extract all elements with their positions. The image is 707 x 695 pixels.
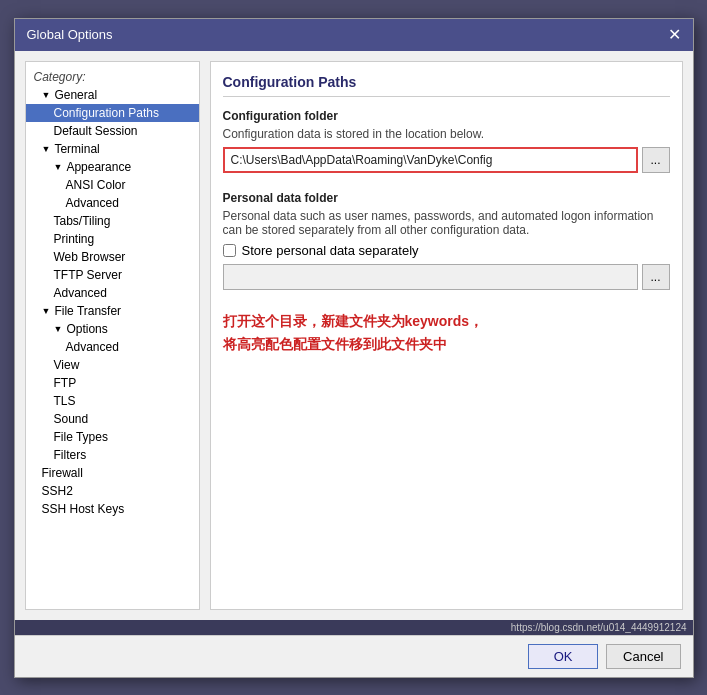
category-label: Category: xyxy=(26,66,199,86)
config-browse-button[interactable]: ... xyxy=(642,147,670,173)
annotation-text: 打开这个目录，新建文件夹为keywords， 将高亮配色配置文件移到此文件夹中 xyxy=(223,310,670,358)
category-sidebar: Category: ▼ General Configuration Paths … xyxy=(25,61,200,610)
sidebar-label: Configuration Paths xyxy=(54,106,159,120)
sidebar-item-advanced-options[interactable]: Advanced xyxy=(26,338,199,356)
expand-icon: ▼ xyxy=(42,306,51,316)
sidebar-item-options[interactable]: ▼ Options xyxy=(26,320,199,338)
sidebar-label: Advanced xyxy=(66,196,119,210)
sidebar-item-ssh2[interactable]: SSH2 xyxy=(26,482,199,500)
config-path-row: ... xyxy=(223,147,670,173)
sidebar-label: File Transfer xyxy=(54,304,121,318)
sidebar-label: FTP xyxy=(54,376,77,390)
sidebar-item-tftp-server[interactable]: TFTP Server xyxy=(26,266,199,284)
sidebar-label: View xyxy=(54,358,80,372)
sidebar-label: Tabs/Tiling xyxy=(54,214,111,228)
dialog-title: Global Options xyxy=(27,27,113,42)
annotation-line2: 将高亮配色配置文件移到此文件夹中 xyxy=(223,333,670,357)
personal-path-input[interactable] xyxy=(223,264,638,290)
sidebar-item-default-session[interactable]: Default Session xyxy=(26,122,199,140)
personal-folder-section: Personal data folder Personal data such … xyxy=(223,191,670,290)
url-bar: https://blog.csdn.net/u014_4449912124 xyxy=(15,620,693,635)
expand-icon: ▼ xyxy=(42,90,51,100)
sidebar-item-filters[interactable]: Filters xyxy=(26,446,199,464)
sidebar-item-appearance[interactable]: ▼ Appearance xyxy=(26,158,199,176)
sidebar-item-tabs-tiling[interactable]: Tabs/Tiling xyxy=(26,212,199,230)
expand-icon: ▼ xyxy=(54,162,63,172)
panel-title: Configuration Paths xyxy=(223,74,670,97)
sidebar-label: Sound xyxy=(54,412,89,426)
dialog-body: Category: ▼ General Configuration Paths … xyxy=(15,51,693,620)
sidebar-label: Default Session xyxy=(54,124,138,138)
sidebar-item-view[interactable]: View xyxy=(26,356,199,374)
ok-button[interactable]: OK xyxy=(528,644,598,669)
personal-data-checkbox[interactable] xyxy=(223,244,236,257)
close-button[interactable]: ✕ xyxy=(668,27,681,43)
personal-data-checkbox-row: Store personal data separately xyxy=(223,243,670,258)
global-options-dialog: Global Options ✕ Category: ▼ General Con… xyxy=(14,18,694,678)
sidebar-item-sound[interactable]: Sound xyxy=(26,410,199,428)
sidebar-label: Printing xyxy=(54,232,95,246)
sidebar-item-ssh-host-keys[interactable]: SSH Host Keys xyxy=(26,500,199,518)
sidebar-label: ANSI Color xyxy=(66,178,126,192)
sidebar-label: Firewall xyxy=(42,466,83,480)
sidebar-item-general[interactable]: ▼ General xyxy=(26,86,199,104)
sidebar-item-tls[interactable]: TLS xyxy=(26,392,199,410)
expand-icon: ▼ xyxy=(54,324,63,334)
personal-data-label: Store personal data separately xyxy=(242,243,419,258)
sidebar-item-web-browser[interactable]: Web Browser xyxy=(26,248,199,266)
sidebar-label: SSH2 xyxy=(42,484,73,498)
cancel-button[interactable]: Cancel xyxy=(606,644,680,669)
title-bar: Global Options ✕ xyxy=(15,19,693,51)
sidebar-item-advanced-terminal[interactable]: Advanced xyxy=(26,194,199,212)
config-path-input[interactable] xyxy=(223,147,638,173)
sidebar-item-terminal[interactable]: ▼ Terminal xyxy=(26,140,199,158)
personal-folder-desc: Personal data such as user names, passwo… xyxy=(223,209,670,237)
config-folder-label: Configuration folder xyxy=(223,109,670,123)
sidebar-label: Advanced xyxy=(66,340,119,354)
sidebar-item-firewall[interactable]: Firewall xyxy=(26,464,199,482)
sidebar-item-ansi-color[interactable]: ANSI Color xyxy=(26,176,199,194)
main-panel: Configuration Paths Configuration folder… xyxy=(210,61,683,610)
sidebar-item-file-transfer[interactable]: ▼ File Transfer xyxy=(26,302,199,320)
config-folder-desc: Configuration data is stored in the loca… xyxy=(223,127,670,141)
expand-icon: ▼ xyxy=(42,144,51,154)
sidebar-label: Advanced xyxy=(54,286,107,300)
sidebar-label: Options xyxy=(66,322,107,336)
sidebar-label: General xyxy=(54,88,97,102)
sidebar-item-advanced-terminal2[interactable]: Advanced xyxy=(26,284,199,302)
sidebar-label: Appearance xyxy=(66,160,131,174)
sidebar-item-printing[interactable]: Printing xyxy=(26,230,199,248)
dialog-footer: OK Cancel xyxy=(15,635,693,677)
sidebar-label: File Types xyxy=(54,430,108,444)
sidebar-label: Terminal xyxy=(54,142,99,156)
annotation-line1: 打开这个目录，新建文件夹为keywords， xyxy=(223,310,670,334)
personal-browse-button[interactable]: ... xyxy=(642,264,670,290)
sidebar-label: Filters xyxy=(54,448,87,462)
sidebar-item-file-types[interactable]: File Types xyxy=(26,428,199,446)
sidebar-label: TLS xyxy=(54,394,76,408)
sidebar-item-configuration-paths[interactable]: Configuration Paths xyxy=(26,104,199,122)
personal-folder-label: Personal data folder xyxy=(223,191,670,205)
personal-path-row: ... xyxy=(223,264,670,290)
sidebar-label: Web Browser xyxy=(54,250,126,264)
sidebar-item-ftp[interactable]: FTP xyxy=(26,374,199,392)
sidebar-label: SSH Host Keys xyxy=(42,502,125,516)
sidebar-label: TFTP Server xyxy=(54,268,122,282)
